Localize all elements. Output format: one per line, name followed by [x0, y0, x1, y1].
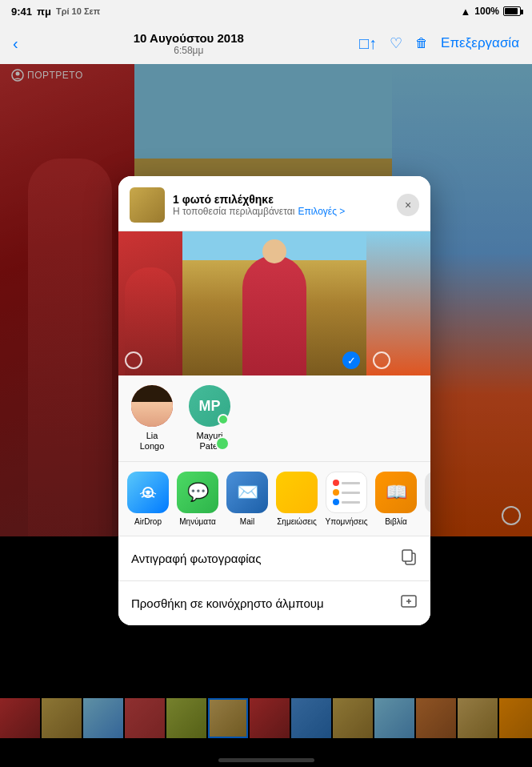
mail-label: Mail	[240, 517, 254, 526]
share-photo-left	[118, 231, 182, 375]
airdrop-icon	[127, 472, 169, 513]
copy-icon	[400, 548, 418, 569]
back-chevron-icon: ‹	[13, 34, 18, 53]
share-photo-strip: ✓	[118, 231, 430, 375]
app-books[interactable]: 📖 Βιβλία	[374, 472, 418, 526]
app-airdrop[interactable]: AirDrop	[126, 472, 170, 526]
books-label: Βιβλία	[385, 517, 407, 526]
copy-photo-label: Αντιγραφή φωτογραφίας	[131, 552, 261, 565]
nav-center: 10 Αυγούστου 2018 6:58μμ	[134, 31, 244, 56]
share-icon[interactable]: □↑	[359, 34, 377, 53]
messages-icon: 💬	[177, 472, 218, 513]
online-indicator	[218, 414, 229, 425]
contact-lia-avatar	[131, 385, 173, 427]
action-add-album[interactable]: Προσθήκη σε κοινόχρηστο άλμπουμ	[118, 581, 430, 625]
battery-icon	[503, 6, 521, 16]
contact-mayuri[interactable]: MP MayuriPatel	[189, 385, 230, 452]
messages-label: Μηνύματα	[179, 517, 216, 526]
reminders-icon	[326, 472, 367, 513]
share-title-block: 1 φωτό επιλέχθηκε Η τοποθεσία περιλαμβάν…	[173, 193, 345, 217]
status-time: 9:41 πμ Τρί 10 Σεπ	[11, 6, 100, 18]
nav-date: 10 Αυγούστου 2018	[134, 31, 244, 45]
heart-icon[interactable]: ♡	[390, 34, 402, 52]
share-photo-right	[366, 231, 430, 375]
status-bar: 9:41 πμ Τρί 10 Σεπ ▲ 100%	[0, 0, 532, 22]
mail-icon: ✉️	[226, 472, 268, 513]
nav-subtitle: 6:58μμ	[134, 45, 244, 56]
app-more[interactable]: ••• Περι...	[424, 472, 430, 526]
app-reminders[interactable]: Υπομνήσεις	[325, 472, 368, 526]
contacts-row: LiaLongo MP MayuriPatel	[118, 375, 430, 462]
app-messages[interactable]: 💬 Μηνύματα	[176, 472, 219, 526]
books-icon: 📖	[375, 472, 417, 513]
add-album-label: Προσθήκη σε κοινόχρηστο άλμπουμ	[131, 596, 324, 610]
photo-right-select-circle[interactable]	[373, 351, 390, 369]
share-close-button[interactable]: ×	[397, 194, 419, 216]
action-copy-photo[interactable]: Αντιγραφή φωτογραφίας	[118, 536, 430, 581]
lia-face	[131, 385, 173, 427]
photo-left-select-circle[interactable]	[125, 351, 142, 369]
airdrop-label: AirDrop	[134, 517, 162, 526]
contact-lia-name: LiaLongo	[140, 431, 165, 452]
reminders-label: Υπομνήσεις	[326, 517, 368, 526]
share-options-link[interactable]: Επιλογές >	[298, 206, 345, 217]
contact-lia[interactable]: LiaLongo	[131, 385, 173, 452]
svg-rect-5	[402, 550, 412, 561]
app-mail[interactable]: ✉️ Mail	[226, 472, 269, 526]
edit-button[interactable]: Επεξεργασία	[441, 35, 519, 51]
wifi-icon: ▲	[460, 6, 470, 18]
share-sheet: 1 φωτό επιλέχθηκε Η τοποθεσία περιλαμβάν…	[118, 176, 430, 625]
share-thumbnail	[130, 187, 165, 223]
app-notes[interactable]: Σημειώσεις	[275, 472, 318, 526]
top-nav: ‹ 10 Αυγούστου 2018 6:58μμ □↑ ♡ 🗑 Επεξερ…	[0, 22, 532, 64]
contact-mayuri-name: MayuriPatel	[196, 431, 222, 452]
more-icon: •••	[425, 472, 430, 513]
nav-back[interactable]: ‹	[13, 34, 18, 53]
notes-label: Σημειώσεις	[277, 517, 317, 526]
status-indicators: ▲ 100%	[460, 6, 521, 18]
apps-row: AirDrop 💬 Μηνύματα ✉️ Mail Σημειώσεις	[118, 462, 430, 536]
share-header: 1 φωτό επιλέχθηκε Η τοποθεσία περιλαμβάν…	[118, 176, 430, 231]
nav-actions: □↑ ♡ 🗑 Επεξεργασία	[359, 34, 519, 53]
trash-icon[interactable]: 🗑	[415, 36, 428, 50]
share-photo-center: ✓	[182, 231, 366, 375]
share-subtitle: Η τοποθεσία περιλαμβάνεται	[173, 206, 294, 217]
add-album-icon	[400, 592, 418, 614]
share-header-content: 1 φωτό επιλέχθηκε Η τοποθεσία περιλαμβάν…	[130, 187, 345, 223]
notes-icon	[276, 472, 318, 513]
photo-center-check: ✓	[342, 351, 360, 369]
share-title: 1 φωτό επιλέχθηκε	[173, 193, 345, 206]
